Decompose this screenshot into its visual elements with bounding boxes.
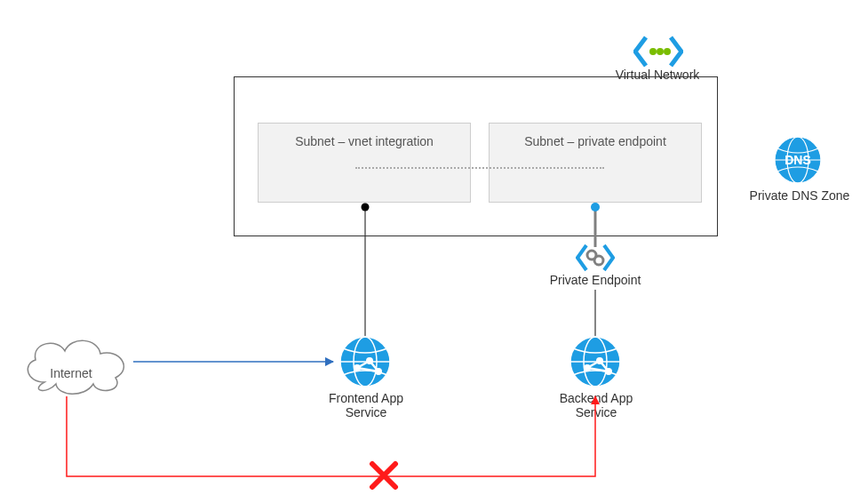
- frontend-to-subnet-connector: [361, 203, 370, 336]
- svg-point-0: [649, 48, 657, 55]
- subnet-vnet-integration: Subnet – vnet integration: [258, 123, 471, 203]
- svg-point-1: [657, 48, 664, 55]
- internet-to-backend-blocked-arrow: [62, 387, 613, 485]
- internet-to-frontend-arrow: [133, 355, 339, 368]
- pe-to-subnet-connector: [591, 203, 600, 247]
- svg-point-2: [664, 48, 671, 55]
- dns-icon: DNS: [773, 135, 823, 185]
- frontend-app-service-icon: [339, 336, 391, 387]
- virtual-network-label: Virtual Network: [604, 68, 711, 82]
- subnet-vnet-integration-label: Subnet – vnet integration: [295, 134, 434, 148]
- private-endpoint-icon: [576, 244, 615, 272]
- subnet-private-endpoint: Subnet – private endpoint: [489, 123, 702, 203]
- dns-label: Private DNS Zone: [746, 188, 853, 203]
- subnet-connector: [355, 167, 604, 169]
- subnet-private-endpoint-label: Subnet – private endpoint: [524, 134, 666, 148]
- svg-point-10: [362, 204, 370, 212]
- virtual-network-icon: [633, 36, 683, 68]
- svg-point-14: [594, 256, 603, 265]
- backend-app-service-icon: [569, 336, 621, 387]
- internet-label: Internet: [36, 366, 107, 380]
- svg-text:DNS: DNS: [784, 153, 811, 167]
- blocked-x-icon: [369, 460, 399, 491]
- pe-to-backend-connector: [593, 290, 597, 336]
- svg-point-12: [591, 203, 600, 212]
- private-endpoint-label: Private Endpoint: [542, 273, 649, 287]
